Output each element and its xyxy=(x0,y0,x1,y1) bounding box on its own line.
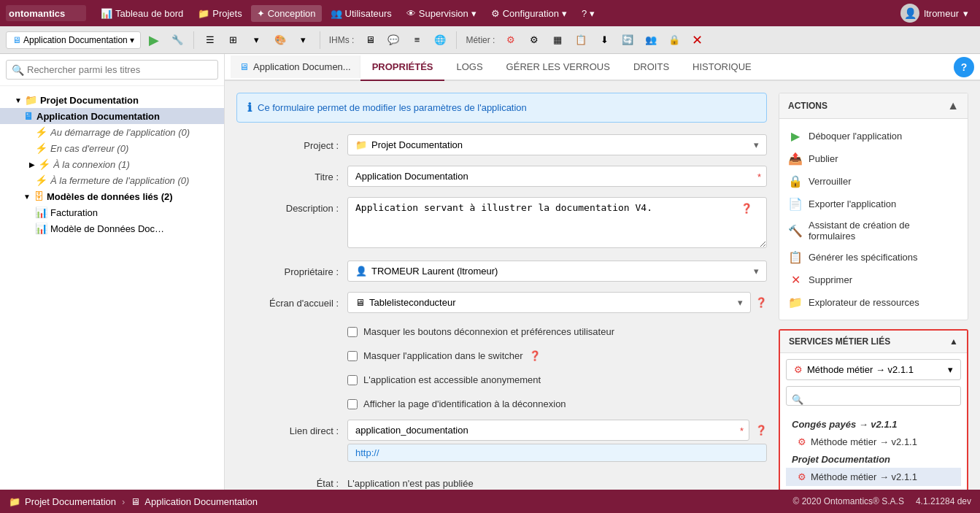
checkbox-3[interactable] xyxy=(347,375,358,385)
action-explorateur[interactable]: 📁 Explorateur de ressources xyxy=(779,291,968,314)
tool4-btn[interactable]: 📋 xyxy=(571,30,591,50)
tree-item-app-doc[interactable]: 🖥 Application Documentation xyxy=(0,108,224,124)
action-assistant[interactable]: 🔨 Assistant de création de formulaires xyxy=(779,215,968,246)
tree-item-modeles[interactable]: ▼ 🗄 Modèles de données liés (2) xyxy=(0,188,224,204)
titre-label: Titre : xyxy=(236,166,339,182)
publish-icon: 📤 xyxy=(788,152,803,166)
ecran-accueil-dropdown[interactable]: 🖥 Tablelisteconducteur ▾ xyxy=(347,292,751,313)
lock-tool-btn[interactable]: 🔒 xyxy=(664,30,684,50)
tab-proprietes[interactable]: PROPRIÉTÉS xyxy=(360,54,445,81)
chevron-down-icon: ▾ xyxy=(754,266,759,277)
help-icon[interactable]: ❓ xyxy=(529,350,541,361)
checkbox-1-label[interactable]: Masquer les boutons déconnexion et préfé… xyxy=(363,326,614,337)
tree-item-a-la-fermeture[interactable]: ⚡ À la fermeture de l'application (0) xyxy=(0,172,224,188)
tree-toggle[interactable]: ▶ xyxy=(29,161,35,169)
collapse-services-button[interactable]: ▲ xyxy=(949,336,958,347)
service-dropdown[interactable]: ⚙ Méthode métier → v2.1.1 ▾ xyxy=(786,359,961,380)
nav-tableau-de-bord[interactable]: 📊 Tableau de bord xyxy=(95,5,189,22)
color-picker-button[interactable]: 🎨 xyxy=(270,30,290,50)
lien-direct-input[interactable] xyxy=(347,420,749,441)
tree-label: En cas d'erreur (0) xyxy=(50,143,128,154)
monitor-icon-btn[interactable]: 🖥 xyxy=(360,30,380,50)
tab-doc[interactable]: 🖥 Application Documen... xyxy=(231,55,360,78)
menu-icon-btn[interactable]: ≡ xyxy=(406,30,427,50)
collapse-actions-button[interactable]: ▲ xyxy=(947,99,959,112)
close-button[interactable]: ✕ xyxy=(687,31,707,50)
checkbox-2[interactable] xyxy=(347,351,358,361)
tree-item-au-demarrage[interactable]: ⚡ Au démarrage de l'application (0) xyxy=(0,124,224,140)
info-icon: ℹ xyxy=(247,101,252,115)
more-button[interactable]: ▾ xyxy=(247,30,267,50)
lien-input-wrap: * xyxy=(347,420,749,441)
action-verrouiller[interactable]: 🔒 Verrouiller xyxy=(779,170,968,193)
checkbox-1[interactable] xyxy=(347,327,358,337)
wrench-button[interactable]: 🔧 xyxy=(167,30,188,50)
tree-item-projet-doc[interactable]: ▼ 📁 Projet Documentation xyxy=(0,92,224,108)
checkbox-4-label[interactable]: Afficher la page d'identification à la d… xyxy=(363,398,566,409)
tool6-btn[interactable]: 🔄 xyxy=(617,30,638,50)
action-exporter[interactable]: 📄 Exporter l'application xyxy=(779,193,968,215)
nav-help[interactable]: ? ▾ xyxy=(576,5,601,22)
app-selector[interactable]: 🖥 Application Documentation ▾ xyxy=(6,31,141,49)
service-item-2-1[interactable]: ⚙ Méthode métier → v2.1.1 xyxy=(786,468,961,486)
play-button[interactable]: ▶ xyxy=(144,30,164,50)
help-icon[interactable]: ❓ xyxy=(755,425,767,436)
checkbox-3-label[interactable]: L'application est accessible anonymement xyxy=(363,374,541,385)
breadcrumb-app[interactable]: 🖥 Application Documentation xyxy=(131,496,258,507)
nav-supervision[interactable]: 👁 Supervision ▾ xyxy=(401,5,482,22)
user-menu[interactable]: 👤 ltromeur ▾ xyxy=(895,1,974,26)
search-input[interactable] xyxy=(6,60,218,80)
service-item-icon: ⚙ xyxy=(798,436,806,447)
service-search-input[interactable] xyxy=(786,386,961,406)
project-dropdown[interactable]: 📁 Projet Documentation ▾ xyxy=(347,134,767,155)
avatar-icon: 👤 xyxy=(904,7,917,19)
tree-item-en-cas-erreur[interactable]: ⚡ En cas d'erreur (0) xyxy=(0,140,224,156)
tab-droits[interactable]: DROITS xyxy=(622,54,681,81)
nav-utilisateurs[interactable]: 👥 Utilisateurs xyxy=(325,5,398,22)
tree-item-modele-doc[interactable]: 📊 Modèle de Données Documentation → xyxy=(0,220,224,236)
tool5-btn[interactable]: ⬇ xyxy=(594,30,614,50)
nav-configuration[interactable]: ⚙ Configuration ▾ xyxy=(485,5,573,22)
proprietaire-row: Propriétaire : 👤 TROMEUR Laurent (ltrome… xyxy=(236,261,767,282)
tree-item-facturation[interactable]: 📊 Facturation xyxy=(0,204,224,220)
conception-icon: ✦ xyxy=(257,8,265,19)
wrench-icon: 🔧 xyxy=(171,34,183,45)
tab-historique[interactable]: HISTORIQUE xyxy=(681,54,763,81)
tab-logs[interactable]: LOGS xyxy=(444,54,494,81)
checkbox-4[interactable] xyxy=(347,399,358,409)
tool2-icon: ⚙ xyxy=(530,34,539,45)
globe-icon-btn[interactable]: 🌐 xyxy=(430,30,450,50)
tool2-btn[interactable]: ⚙ xyxy=(524,30,544,50)
nav-conception[interactable]: ✦ Conception xyxy=(251,5,322,22)
status-bar: 📁 Projet Documentation › 🖥 Application D… xyxy=(0,490,980,513)
breadcrumb-projet[interactable]: 📁 Projet Documentation xyxy=(9,496,116,507)
tab-verrous[interactable]: GÉRER LES VERROUS xyxy=(495,54,622,81)
checkbox-2-label[interactable]: Masquer l'application dans le switcher xyxy=(363,350,523,361)
help-button[interactable]: ? xyxy=(954,57,974,77)
titre-input[interactable] xyxy=(347,166,767,187)
svg-text:ontomantics: ontomantics xyxy=(9,8,65,19)
action-deboquer[interactable]: ▶ Déboquer l'application xyxy=(779,125,968,147)
help-icon[interactable]: ❓ xyxy=(755,297,767,308)
action-publier[interactable]: 📤 Publier xyxy=(779,147,968,170)
service-item-1-1[interactable]: ⚙ Méthode métier → v2.1.1 xyxy=(786,433,961,451)
action-supprimer[interactable]: ✕ Supprimer xyxy=(779,269,968,291)
chat-icon-btn[interactable]: 💬 xyxy=(383,30,404,50)
tree-toggle[interactable]: ▼ xyxy=(23,193,31,201)
tree-toggle[interactable]: ▼ xyxy=(15,96,22,104)
color-more-button[interactable]: ▾ xyxy=(293,30,314,50)
chevron-down-icon: ▾ xyxy=(590,8,595,19)
proprietaire-dropdown[interactable]: 👤 TROMEUR Laurent (ltromeur) ▾ xyxy=(347,261,767,282)
description-textarea[interactable]: Application servant à illustrer la docum… xyxy=(347,197,767,248)
sidebar-search-section: 🔍 xyxy=(0,54,224,86)
tool7-btn[interactable]: 👥 xyxy=(641,30,661,50)
grid-view-button[interactable]: ⊞ xyxy=(223,30,244,50)
logo[interactable]: ontomantics xyxy=(6,5,86,21)
tool1-btn[interactable]: ⚙ xyxy=(501,30,521,50)
help-icon[interactable]: ❓ xyxy=(741,203,752,214)
list-view-button[interactable]: ☰ xyxy=(200,30,220,50)
tree-item-a-la-connexion[interactable]: ▶ ⚡ À la connexion (1) xyxy=(0,156,224,172)
nav-projets[interactable]: 📁 Projets xyxy=(192,5,247,22)
tool3-btn[interactable]: ▦ xyxy=(547,30,568,50)
action-generer[interactable]: 📋 Générer les spécifications xyxy=(779,246,968,269)
